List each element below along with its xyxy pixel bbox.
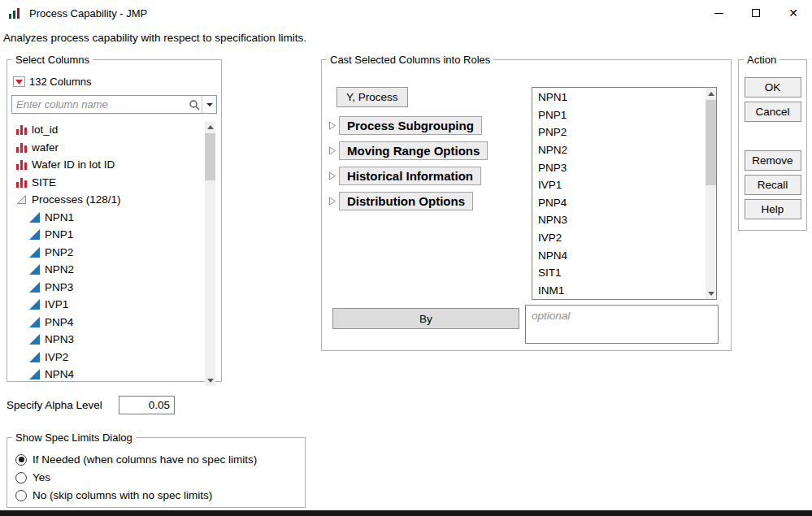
column-list-item[interactable]: NPN1: [12, 209, 201, 227]
red-triangle-menu-icon[interactable]: [13, 76, 25, 87]
column-label: NPN3: [45, 333, 74, 345]
by-button[interactable]: By: [332, 308, 519, 329]
column-list-item[interactable]: NPN4: [12, 366, 201, 384]
columns-scrollbar[interactable]: [205, 121, 215, 386]
recall-button[interactable]: Recall: [745, 175, 801, 195]
selected-column-item[interactable]: PNP2: [532, 124, 706, 141]
cast-roles-legend: Cast Selected Columns into Roles: [327, 54, 493, 66]
column-list-item[interactable]: IVP2: [12, 349, 201, 366]
column-label: PNP4: [45, 316, 73, 328]
column-list-item[interactable]: Processes (128/1): [12, 191, 201, 209]
scroll-down-icon[interactable]: [706, 288, 716, 299]
ok-button[interactable]: OK: [745, 77, 801, 98]
distribution-options-button[interactable]: Distribution Options: [339, 192, 473, 210]
search-icon[interactable]: [186, 99, 202, 111]
column-label: Wafer ID in lot ID: [32, 158, 115, 171]
column-label: NPN1: [45, 211, 74, 223]
column-list-item[interactable]: NPN2: [12, 261, 201, 279]
help-button[interactable]: Help: [745, 199, 801, 219]
disclosure-right-icon[interactable]: [328, 196, 337, 206]
nominal-column-icon: [15, 177, 27, 188]
search-dropdown-icon[interactable]: [202, 96, 216, 113]
selected-column-item[interactable]: NPN1: [532, 89, 706, 106]
radio-label: No (skip columns with no spec limits): [33, 489, 212, 501]
spec-limits-option[interactable]: No (skip columns with no spec limits): [15, 489, 257, 501]
disclosure-right-icon[interactable]: [328, 145, 337, 156]
radio-icon[interactable]: [15, 472, 27, 483]
column-label: IVP2: [45, 351, 68, 363]
spec-limits-option[interactable]: Yes: [15, 471, 257, 483]
disclosure-right-icon[interactable]: [328, 120, 337, 131]
y-process-list-box[interactable]: NPN1PNP1PNP2NPN2PNP3IVP1PNP4NPN3IVP2NPN4…: [532, 87, 717, 300]
column-list-item[interactable]: PNP4: [12, 314, 201, 332]
cancel-button[interactable]: Cancel: [745, 102, 801, 122]
column-label: lot_id: [32, 124, 58, 136]
role-row: Process Subgrouping: [328, 116, 488, 135]
alpha-level-label: Specify Alpha Level: [7, 399, 102, 411]
jmp-app-icon[interactable]: [8, 7, 22, 20]
bottom-edge-bar: [0, 510, 812, 516]
minimize-icon[interactable]: [700, 0, 737, 26]
nominal-column-icon: [15, 124, 27, 135]
continuous-column-icon: [28, 334, 40, 345]
continuous-column-icon: [28, 212, 40, 223]
y-process-button[interactable]: Y, Process: [337, 87, 408, 107]
column-list-item[interactable]: Wafer ID in lot ID: [12, 156, 201, 174]
group-column-icon: [15, 194, 27, 205]
column-list-item[interactable]: SITE: [12, 174, 201, 192]
by-list-box[interactable]: optional: [525, 305, 719, 344]
role-row: Distribution Options: [328, 192, 488, 210]
column-search-input[interactable]: [12, 98, 186, 111]
nominal-column-icon: [15, 159, 27, 170]
selected-column-item[interactable]: NPN4: [532, 246, 706, 264]
continuous-column-icon: [28, 264, 40, 275]
column-label: wafer: [32, 141, 59, 154]
continuous-column-icon: [28, 299, 40, 310]
column-list-item[interactable]: PNP3: [12, 279, 201, 297]
selected-column-item[interactable]: PNP1: [532, 106, 706, 124]
selected-column-item[interactable]: NPN3: [532, 211, 706, 229]
role-row: Historical Information: [328, 167, 488, 185]
dialog-description: Analyzes process capability with respect…: [3, 32, 306, 44]
column-list-item[interactable]: lot_id: [12, 121, 201, 139]
radio-icon[interactable]: [15, 454, 27, 466]
column-list-item[interactable]: wafer: [12, 139, 201, 157]
role-buttons: Process SubgroupingMoving Range OptionsH…: [328, 116, 488, 210]
action-legend: Action: [744, 54, 779, 66]
selected-column-item[interactable]: SIT1: [532, 264, 706, 282]
scroll-thumb[interactable]: [706, 100, 716, 185]
selected-column-item[interactable]: IVP2: [532, 229, 706, 247]
column-list-item[interactable]: NPN3: [12, 331, 201, 349]
select-columns-panel: Select Columns 132 Columns lot_idwaferWa…: [7, 54, 222, 382]
spec-limits-option[interactable]: If Needed (when columns have no spec lim…: [15, 453, 257, 466]
process-subgrouping-button[interactable]: Process Subgrouping: [339, 116, 482, 135]
column-list-item[interactable]: PNP1: [12, 226, 201, 244]
historical-information-button[interactable]: Historical Information: [339, 167, 481, 185]
roles-scrollbar[interactable]: [706, 88, 716, 299]
disclosure-right-icon[interactable]: [328, 171, 337, 181]
selected-column-item[interactable]: NPN2: [532, 141, 706, 159]
remove-button[interactable]: Remove: [745, 150, 801, 171]
continuous-column-icon: [28, 352, 40, 362]
selected-column-item[interactable]: PNP3: [532, 158, 706, 176]
scroll-up-icon[interactable]: [706, 88, 716, 99]
select-columns-legend: Select Columns: [12, 54, 93, 66]
scroll-up-icon[interactable]: [205, 121, 215, 132]
selected-column-item[interactable]: IVP1: [532, 176, 706, 194]
close-icon[interactable]: ✕: [775, 0, 812, 26]
scroll-thumb[interactable]: [205, 133, 215, 180]
column-label: NPN2: [45, 263, 74, 275]
selected-column-item[interactable]: PNP4: [532, 194, 706, 212]
selected-column-item[interactable]: INM1: [532, 282, 706, 299]
alpha-level-input[interactable]: [119, 396, 175, 414]
column-list-item[interactable]: PNP2: [12, 244, 201, 262]
column-search-combo: [11, 95, 217, 114]
scroll-down-icon[interactable]: [205, 375, 215, 386]
moving-range-options-button[interactable]: Moving Range Options: [339, 141, 488, 160]
nominal-column-icon: [15, 142, 27, 153]
maximize-icon[interactable]: [737, 0, 775, 26]
radio-icon[interactable]: [15, 490, 27, 501]
spec-limits-panel: Show Spec Limits Dialog If Needed (when …: [7, 431, 306, 508]
spec-limits-legend: Show Spec Limits Dialog: [12, 431, 136, 444]
column-list-item[interactable]: IVP1: [12, 296, 201, 314]
